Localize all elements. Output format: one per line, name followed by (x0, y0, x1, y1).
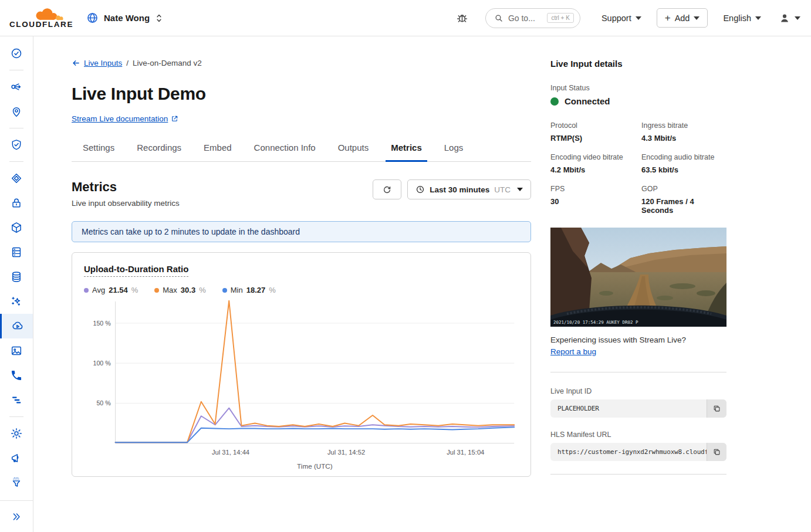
metrics-heading: Metrics (72, 179, 180, 195)
support-menu[interactable]: Support (602, 13, 641, 23)
legend-series-unit: % (269, 286, 276, 294)
sidebar-item-server-rack[interactable] (0, 240, 33, 265)
chart-title: Upload-to-Duration Ratio (84, 264, 188, 277)
live-input-details-panel: Live Input details Input Status Connecte… (550, 59, 726, 532)
sidebar-item-gear[interactable] (0, 421, 33, 446)
tab-metrics[interactable]: Metrics (386, 138, 427, 162)
tab-recordings[interactable]: Recordings (131, 138, 187, 162)
live-input-id-value[interactable]: PLACEHOLDER (550, 399, 707, 418)
time-range-label: Last 30 minutes (430, 185, 489, 194)
cloudflare-wordmark: CLOUDFLARE (9, 20, 73, 29)
clock-icon (415, 185, 425, 194)
lock-icon (10, 196, 23, 209)
live-video-preview[interactable]: 2021/10/20 17:54:29 AUKEY DR02 P (550, 228, 726, 327)
sidebar-item-stream[interactable] (0, 314, 33, 338)
detail-field-value: RTMP(S) (550, 134, 636, 143)
detail-field-encoding-video-bitrate: Encoding video bitrate4.2 Mbit/s (550, 153, 636, 174)
detail-field-value: 63.5 kbit/s (641, 165, 726, 174)
detail-field-label: Encoding video bitrate (550, 153, 636, 161)
breadcrumb-separator: / (126, 59, 129, 67)
chart-card: Upload-to-Duration Ratio Avg21.54%Max30.… (72, 252, 531, 477)
add-button[interactable]: + Add (657, 8, 708, 28)
breadcrumb-back-link[interactable]: Live Inputs (72, 59, 122, 67)
caret-down-icon (755, 16, 761, 20)
copy-input-id-button[interactable] (707, 399, 726, 418)
sidebar-item-bars[interactable] (0, 388, 33, 412)
copy-hls-url-button[interactable] (707, 443, 726, 461)
refresh-button[interactable] (373, 179, 401, 199)
language-menu[interactable]: English (723, 13, 761, 23)
hls-manifest-url-value[interactable]: https://customer-igynxd2rwhmuoxw8.cloudf (550, 443, 707, 461)
server-rack-icon (10, 246, 23, 259)
globe-icon (86, 12, 99, 24)
svg-text:Jul 31, 14:52: Jul 31, 14:52 (327, 449, 365, 456)
sidebar-item-funnel[interactable] (0, 470, 33, 495)
sidebar-item-location-pin[interactable] (0, 99, 33, 124)
legend-item-max: Max30.3% (154, 286, 205, 294)
details-heading: Live Input details (550, 59, 726, 69)
left-sidebar (0, 36, 33, 532)
tab-outputs[interactable]: Outputs (333, 138, 374, 162)
chart-legend: Avg21.54%Max30.3%Min18.27% (84, 286, 519, 294)
detail-field-label: Ingress bitrate (641, 121, 726, 130)
sidebar-item-shield[interactable] (0, 133, 33, 157)
sidebar-item-network[interactable] (0, 74, 33, 99)
detail-field-protocol: ProtocolRTMP(S) (550, 121, 636, 143)
caret-down-icon (636, 16, 641, 20)
sidebar-item-clock-check[interactable] (0, 41, 33, 66)
sidebar-item-cube[interactable] (0, 215, 33, 240)
add-label: Add (675, 13, 690, 23)
stream-issues-text: Experiencing issues with Stream Live? (550, 336, 726, 344)
report-bug-link[interactable]: Report a bug (550, 347, 596, 356)
sidebar-item-images[interactable] (0, 338, 33, 363)
top-navbar: CLOUDFLARE Nate Wong Go to... ct (0, 0, 811, 36)
status-value: Connected (565, 96, 610, 106)
legend-series-unit: % (199, 286, 206, 294)
tab-logs[interactable]: Logs (439, 138, 469, 162)
tab-connection-info[interactable]: Connection Info (249, 138, 321, 162)
legend-series-name: Max (163, 286, 177, 294)
clock-check-icon (10, 47, 23, 60)
sidebar-item-database[interactable] (0, 265, 33, 289)
sidebar-item-lock[interactable] (0, 191, 33, 215)
global-search-input[interactable]: Go to... ctrl + K (485, 8, 580, 28)
legend-dot (222, 288, 227, 293)
sidebar-item-layers[interactable] (0, 166, 33, 191)
upload-duration-chart: 50 %100 %150 %Jul 31, 14:44Jul 31, 14:52… (84, 299, 519, 472)
plus-icon: + (665, 13, 671, 23)
sidebar-item-sparkles[interactable] (0, 289, 33, 314)
svg-text:Time (UTC): Time (UTC) (297, 462, 333, 470)
sidebar-item-megaphone[interactable] (0, 446, 33, 470)
search-placeholder: Go to... (508, 13, 543, 23)
svg-text:Jul 31, 14:44: Jul 31, 14:44 (212, 449, 249, 456)
cube-icon (10, 221, 23, 234)
legend-dot (154, 288, 159, 293)
search-icon (494, 13, 504, 23)
external-link-icon (171, 115, 178, 123)
stream-docs-link[interactable]: Stream Live documentation (72, 114, 178, 123)
expand-sidebar-button[interactable] (0, 500, 33, 532)
tab-settings[interactable]: Settings (77, 138, 120, 162)
detail-field-value: 30 (550, 197, 636, 206)
legend-item-avg: Avg21.54% (84, 286, 138, 294)
language-label: English (723, 13, 751, 23)
svg-text:150 %: 150 % (93, 320, 111, 327)
chevron-updown-icon (155, 13, 163, 23)
shield-icon (10, 138, 23, 151)
location-pin-icon (10, 105, 23, 118)
arrow-left-icon (72, 59, 80, 67)
account-switcher[interactable]: Nate Wong (86, 12, 163, 24)
time-range-dropdown[interactable]: Last 30 minutes UTC (407, 179, 531, 199)
user-menu[interactable] (779, 12, 800, 24)
legend-series-name: Avg (92, 286, 105, 294)
sidebar-item-phone[interactable] (0, 363, 33, 388)
hls-manifest-url-box: https://customer-igynxd2rwhmuoxw8.cloudf (550, 443, 726, 461)
tab-embed[interactable]: Embed (198, 138, 237, 162)
stream-docs-label: Stream Live documentation (72, 114, 168, 123)
cloudflare-logo[interactable]: CLOUDFLARE (9, 8, 73, 29)
timezone-label: UTC (494, 185, 511, 194)
detail-field-gop: GOP120 Frames / 4 Seconds (641, 185, 726, 215)
bars-icon (10, 394, 23, 406)
detail-field-encoding-audio-bitrate: Encoding audio bitrate63.5 kbit/s (641, 153, 726, 174)
bug-icon[interactable] (455, 11, 469, 25)
